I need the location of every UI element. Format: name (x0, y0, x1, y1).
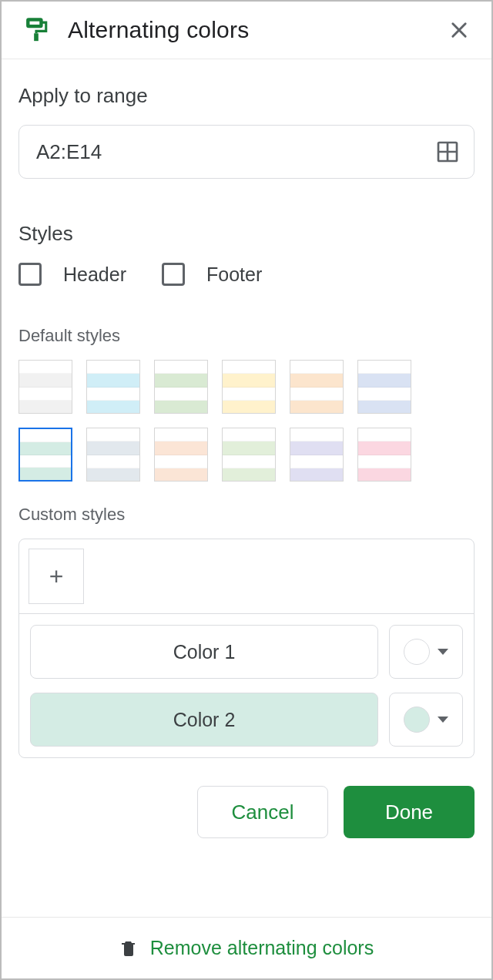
color1-row: Color 1 (30, 625, 463, 679)
range-input-container (18, 125, 475, 179)
panel-content: Apply to range Styles Header Footer Defa… (2, 59, 491, 917)
paint-format-icon (23, 17, 49, 43)
style-swatch[interactable] (154, 360, 208, 414)
style-swatch[interactable] (86, 428, 140, 482)
style-swatch[interactable] (357, 428, 411, 482)
color1-picker[interactable] (389, 625, 463, 679)
button-row: Cancel Done (18, 786, 475, 860)
color2-label: Color 2 (30, 693, 378, 747)
plus-icon: + (49, 562, 64, 591)
footer-checkbox-label: Footer (206, 263, 262, 286)
panel-header: Alternating colors (2, 2, 491, 59)
style-swatch[interactable] (222, 360, 276, 414)
color2-picker[interactable] (389, 693, 463, 747)
style-swatch[interactable] (86, 360, 140, 414)
style-swatch[interactable] (290, 428, 344, 482)
style-swatch[interactable] (154, 428, 208, 482)
checkbox-row: Header Footer (18, 263, 475, 286)
header-checkbox[interactable]: Header (18, 263, 126, 286)
checkbox-box (18, 263, 42, 286)
default-styles-label: Default styles (18, 326, 475, 346)
footer-checkbox[interactable]: Footer (162, 263, 262, 286)
checkbox-box (162, 263, 185, 286)
remove-alternating-colors-button[interactable]: Remove alternating colors (2, 917, 491, 978)
chevron-down-icon (438, 649, 448, 655)
select-range-icon[interactable] (435, 139, 460, 164)
style-swatch[interactable] (222, 428, 276, 482)
svg-rect-1 (30, 22, 40, 25)
cancel-button[interactable]: Cancel (197, 786, 328, 838)
style-swatch[interactable] (290, 360, 344, 414)
add-custom-style-button[interactable]: + (29, 549, 84, 604)
trash-icon (119, 939, 138, 958)
remove-label: Remove alternating colors (150, 937, 374, 959)
style-swatch[interactable] (357, 360, 411, 414)
custom-styles-bottom: Color 1 Color 2 (19, 614, 474, 757)
header-checkbox-label: Header (63, 263, 126, 286)
color2-row: Color 2 (30, 693, 463, 747)
custom-styles-label: Custom styles (18, 505, 475, 525)
svg-rect-2 (34, 33, 39, 41)
style-swatch[interactable] (18, 428, 72, 482)
close-icon[interactable] (448, 19, 470, 41)
default-styles-grid (18, 360, 475, 482)
color1-label: Color 1 (30, 625, 378, 679)
color1-swatch-circle (404, 639, 430, 665)
color2-swatch-circle (404, 706, 430, 733)
custom-styles-top: + (19, 539, 474, 614)
styles-label: Styles (18, 222, 475, 246)
range-label: Apply to range (18, 84, 475, 108)
custom-styles-box: + Color 1 Color 2 (18, 539, 475, 758)
chevron-down-icon (438, 717, 448, 723)
panel-title: Alternating colors (68, 17, 448, 43)
done-button[interactable]: Done (344, 786, 475, 838)
range-input[interactable] (36, 140, 435, 164)
style-swatch[interactable] (18, 360, 72, 414)
